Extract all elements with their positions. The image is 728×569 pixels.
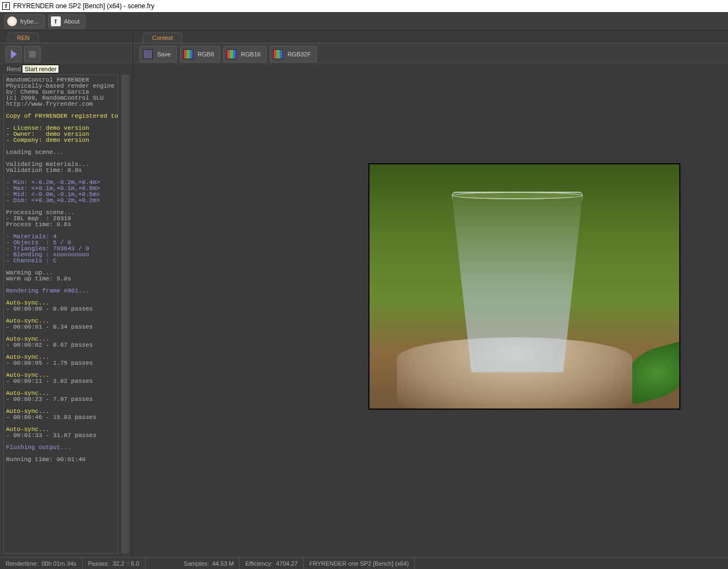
rgb32f-button[interactable]: RGB32F <box>270 46 317 62</box>
status-samples: Samples: 44.53 M <box>178 557 240 569</box>
tab-context[interactable]: Context <box>143 32 182 43</box>
log-line: http://www.fryrender.com <box>6 101 115 107</box>
log-line: - 00:00:02 - 0.67 passes <box>6 342 115 348</box>
rgb16-button[interactable]: RGB16 <box>223 46 267 62</box>
tooltip-start-render: Start render <box>22 65 59 73</box>
log-line: Running time: 00:01:40 <box>6 457 115 463</box>
samples-value: 44.53 M <box>212 560 234 567</box>
start-render-button[interactable] <box>5 46 22 62</box>
status-bar: Rendertime: 00h 01m 34s Passes: 32.2 :: … <box>0 557 728 569</box>
save-icon <box>143 49 153 59</box>
log-line: - 00:01:33 - 31.87 passes <box>6 433 115 439</box>
rgb-icon <box>183 49 193 59</box>
context-toolbar: Save RGB8 RGB16 RGB32F <box>133 43 728 65</box>
rgb8-button[interactable]: RGB8 <box>180 46 220 62</box>
passes-value: 32.2 :: 6.0 <box>113 560 140 567</box>
render-group-label: Rend Start render <box>0 65 132 73</box>
window-title-bar: f FRYRENDER one SP2 [Bench] (x64) - scen… <box>0 0 728 12</box>
play-icon <box>11 50 17 59</box>
menu-label: About <box>64 18 80 25</box>
log-line: Loading scene... <box>6 150 115 156</box>
rgb8-label: RGB8 <box>198 51 214 58</box>
passes-label: Passes: <box>88 560 109 567</box>
efficiency-value: 4704.27 <box>276 560 298 567</box>
log-line: Rendering frame #001... <box>6 288 115 294</box>
left-panel: REN Rend Start render RandomControl FRYR… <box>0 31 133 557</box>
left-tab-row: REN <box>0 31 132 43</box>
rgb-icon <box>227 49 236 59</box>
rendertime-value: 00h 01m 34s <box>42 560 77 567</box>
log-output[interactable]: RandomControl FRYRENDERPhysically-based … <box>3 74 118 554</box>
render-viewport[interactable] <box>133 65 728 557</box>
menu-about[interactable]: f About <box>48 14 86 28</box>
save-button[interactable]: Save <box>140 46 177 62</box>
status-app-info: FRYRENDER one SP2 [Bench] (x64) <box>304 557 415 569</box>
save-label: Save <box>157 51 171 58</box>
tab-ren[interactable]: REN <box>8 32 39 43</box>
log-line: Flushing output... <box>6 445 115 451</box>
f-icon: f <box>51 16 61 26</box>
stop-icon <box>29 51 36 58</box>
render-output-image <box>368 163 680 410</box>
window-title: FRYRENDER one SP2 [Bench] (x64) - scene.… <box>13 2 154 10</box>
menu-bar: frybe... f About <box>0 12 728 31</box>
rendertime-label: Rendertime: <box>5 560 38 567</box>
log-line: - 00:00:00 - 0.00 passes <box>6 306 115 312</box>
log-line: - Company: demo version <box>6 137 115 143</box>
log-line: - 00:00:11 - 3.82 passes <box>6 378 115 384</box>
status-passes: Passes: 32.2 :: 6.0 <box>83 557 146 569</box>
render-toolbar <box>0 43 132 65</box>
main-area: REN Rend Start render RandomControl FRYR… <box>0 31 728 557</box>
app-icon: f <box>2 2 10 10</box>
log-line: Validation time: 0.0s <box>6 168 115 174</box>
menu-frybench[interactable]: frybe... <box>4 14 45 28</box>
rgb-icon <box>273 49 283 59</box>
log-line: - 00:00:05 - 1.75 passes <box>6 360 115 366</box>
efficiency-label: Efficiency: <box>245 560 273 567</box>
log-line: - 00:00:01 - 0.34 passes <box>6 324 115 330</box>
render-label-text: Rend <box>7 66 21 72</box>
samples-label: Samples: <box>184 560 209 567</box>
rgb16-label: RGB16 <box>241 51 261 58</box>
globe-icon <box>7 16 17 26</box>
log-scrollbar[interactable] <box>122 74 129 554</box>
log-line: Process time: 0.6s <box>6 222 115 228</box>
glass-of-water <box>446 192 588 372</box>
app-info-text: FRYRENDER one SP2 [Bench] (x64) <box>309 560 409 567</box>
log-line: - Dim: <+0.3m,+0.2m,+0.2m> <box>6 198 115 204</box>
rgb32f-label: RGB32F <box>287 51 311 58</box>
log-line: - 00:00:23 - 7.97 passes <box>6 396 115 403</box>
right-tab-row: Context <box>133 31 728 43</box>
log-line: Copy of FRYRENDER registered to: <box>6 113 115 119</box>
log-line: Warm up time: 5.0s <box>6 276 115 282</box>
log-line: - 00:00:46 - 15.93 passes <box>6 415 115 421</box>
log-line: - Channels : C <box>6 258 115 264</box>
menu-label: frybe... <box>20 18 39 25</box>
stop-render-button[interactable] <box>24 46 41 62</box>
status-rendertime: Rendertime: 00h 01m 34s <box>0 557 83 569</box>
status-efficiency: Efficiency: 4704.27 <box>240 557 304 569</box>
right-panel: Context Save RGB8 RGB16 RGB32F <box>133 31 728 557</box>
